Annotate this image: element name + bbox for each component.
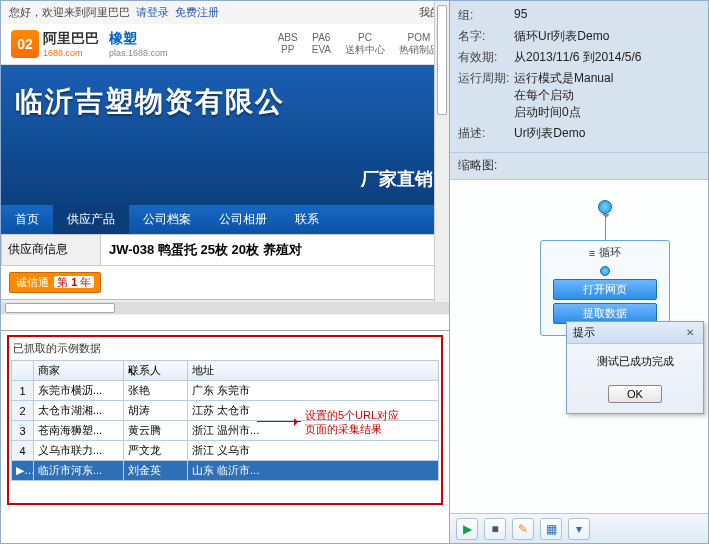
cell-contact: 张艳 [124,381,188,401]
cell-address: 广东 东莞市 [188,381,439,401]
cell-address: 山东 临沂市... [188,461,439,481]
hero-title: 临沂吉塑物资有限公 [15,83,435,121]
cell-merchant: 义乌市联力... [34,441,124,461]
site-logo[interactable]: 02 阿里巴巴 1688.com [11,30,99,58]
cell-contact: 胡涛 [124,401,188,421]
label-name: 名字: [458,28,514,45]
close-icon[interactable]: ✕ [683,326,697,340]
supplier-row: 供应商信息 JW-038 鸭蛋托 25枚 20枚 养殖对 [1,234,449,266]
task-info: 组:95 名字:循环Url列表Demo 有效期:从2013/11/6 到2014… [450,1,708,152]
row-number: ▶5 [12,461,34,481]
product-quick-links: ABSPP PA6EVA PC送料中心 POM热销制品 [278,32,439,56]
browser-horizontal-scrollbar[interactable] [1,299,449,315]
value-valid: 从2013/11/6 到2014/5/6 [514,49,700,66]
dialog-body: 测试已成功完成 [567,344,703,379]
table-row[interactable]: 1东莞市横沥...张艳广东 东莞市 [12,381,439,401]
play-button[interactable]: ▶ [456,518,478,540]
category-link[interactable]: 橡塑 plas.1688.com [109,30,168,58]
col-rownum[interactable] [12,361,34,381]
badge-row: 诚信通 第 1 年 [1,266,449,299]
right-pane: 组:95 名字:循环Url列表Demo 有效期:从2013/11/6 到2014… [450,0,709,544]
step-open-page[interactable]: 打开网页 [553,279,657,300]
quick-link[interactable]: PC送料中心 [345,32,385,56]
ok-button[interactable]: OK [608,385,662,403]
cell-merchant: 太仓市湖湘... [34,401,124,421]
annotation-text: 设置的5个URL对应页面的采集结果 [305,409,399,437]
hero-banner: 临沂吉塑物资有限公 厂家直销 [1,65,449,205]
more-button[interactable]: ▾ [568,518,590,540]
label-group: 组: [458,7,514,24]
cell-contact: 刘金英 [124,461,188,481]
value-name: 循环Url列表Demo [514,28,700,45]
nav-contact[interactable]: 联系 [281,205,333,234]
register-link[interactable]: 免费注册 [175,5,219,20]
trust-badge: 诚信通 第 1 年 [9,272,101,293]
row-number: 2 [12,401,34,421]
col-contact[interactable]: 联系人 [124,361,188,381]
row-number: 3 [12,421,34,441]
cell-contact: 严文龙 [124,441,188,461]
logo-subtext: 1688.com [43,48,99,58]
quick-link[interactable]: POM热销制品 [399,32,439,56]
start-node-icon[interactable] [598,200,612,214]
loop-start-icon [600,266,610,276]
site-nav: 首页 供应产品 公司档案 公司相册 联系 [1,205,449,234]
loop-icon: ≡ [589,247,595,259]
cell-contact: 黄云腾 [124,421,188,441]
logo-icon: 02 [11,30,39,58]
value-desc: Url列表Demo [514,125,700,142]
sample-data-highlight-box: 已抓取的示例数据 商家 联系人 地址 1东莞市横沥...张艳广东 东莞市2太仓市… [7,335,443,505]
greeting-text: 您好，欢迎来到阿里巴巴 [9,5,130,20]
logo-text: 阿里巴巴 [43,30,99,46]
sample-data-title: 已抓取的示例数据 [11,339,439,360]
hero-subtitle: 厂家直销 [361,167,433,191]
nav-products[interactable]: 供应产品 [53,205,129,234]
annotation-arrow-icon [257,421,301,422]
nav-home[interactable]: 首页 [1,205,53,234]
dialog-title: 提示 [573,325,595,340]
nav-profile[interactable]: 公司档案 [129,205,205,234]
row-number: 1 [12,381,34,401]
value-cycle: 运行模式是Manual在每个启动启动时间0点 [514,70,700,121]
sample-data-area: 已抓取的示例数据 商家 联系人 地址 1东莞市横沥...张艳广东 东莞市2太仓市… [1,331,449,543]
label-cycle: 运行周期: [458,70,514,121]
site-topbar: 您好，欢迎来到阿里巴巴 请登录 免费注册 我的 [1,1,449,24]
row-number: 4 [12,441,34,461]
supplier-label: 供应商信息 [1,234,101,266]
loop-title: 循环 [599,245,621,260]
login-link[interactable]: 请登录 [136,5,169,20]
cell-merchant: 临沂市河东... [34,461,124,481]
cell-address: 浙江 义乌市 [188,441,439,461]
col-address[interactable]: 地址 [188,361,439,381]
category-name: 橡塑 [109,30,168,48]
embedded-browser: 您好，欢迎来到阿里巴巴 请登录 免费注册 我的 02 阿里巴巴 1688.com… [1,1,449,331]
category-sub: plas.1688.com [109,48,168,58]
left-pane: 您好，欢迎来到阿里巴巴 请登录 免费注册 我的 02 阿里巴巴 1688.com… [0,0,450,544]
edit-button[interactable]: ✎ [512,518,534,540]
site-header: 02 阿里巴巴 1688.com 橡塑 plas.1688.com ABSPP … [1,24,449,65]
cell-merchant: 苍南海狮塑... [34,421,124,441]
cell-merchant: 东莞市横沥... [34,381,124,401]
product-title-strip: JW-038 鸭蛋托 25枚 20枚 养殖对 [101,234,449,266]
value-group: 95 [514,7,700,24]
quick-link[interactable]: PA6EVA [312,32,331,56]
stop-button[interactable]: ■ [484,518,506,540]
quick-link[interactable]: ABSPP [278,32,298,56]
nav-album[interactable]: 公司相册 [205,205,281,234]
table-row[interactable]: ▶5临沂市河东...刘金英山东 临沂市... [12,461,439,481]
thumbnail-label: 缩略图: [450,152,708,178]
label-valid: 有效期: [458,49,514,66]
message-dialog: 提示 ✕ 测试已成功完成 OK [566,321,704,414]
browser-vertical-scrollbar[interactable] [434,1,449,314]
col-merchant[interactable]: 商家 [34,361,124,381]
bottom-toolbar: ▶ ■ ✎ ▦ ▾ [450,513,708,543]
label-desc: 描述: [458,125,514,142]
grid-button[interactable]: ▦ [540,518,562,540]
table-row[interactable]: 4义乌市联力...严文龙浙江 义乌市 [12,441,439,461]
